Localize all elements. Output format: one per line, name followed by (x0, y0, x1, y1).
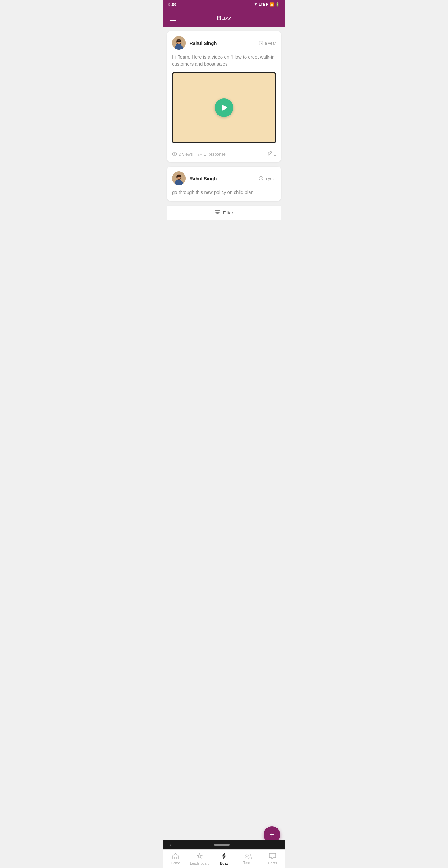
status-time: 9:00 (168, 2, 177, 7)
time-label-2: a year (265, 176, 276, 181)
svg-rect-9 (178, 40, 180, 41)
svg-rect-23 (178, 176, 180, 176)
header: Buzz (163, 9, 285, 27)
hamburger-menu[interactable] (169, 16, 177, 21)
paperclip-icon-1 (268, 151, 272, 157)
play-triangle-icon (222, 104, 227, 111)
svg-line-12 (261, 43, 262, 43)
post-card-1: Rahul Singh a year Hi Team, Here is a vi… (167, 31, 281, 162)
author-name-1: Rahul Singh (189, 40, 217, 46)
avatar-2 (172, 172, 186, 185)
lte-icon: LTE R (259, 2, 268, 6)
post-card-2: Rahul Singh a year go through this new p… (167, 166, 281, 201)
post-text-1: Hi Team, Here is a video on "How to gree… (172, 54, 276, 67)
attachment-stat-1: 1 (268, 151, 276, 157)
battery-icon: 🔋 (275, 2, 280, 6)
status-icons: ▼ LTE R 📶 🔋 (254, 2, 280, 6)
avatar-1 (172, 36, 186, 50)
time-label-1: a year (265, 41, 276, 45)
filter-bar[interactable]: Filter (167, 206, 281, 220)
play-button-1[interactable] (215, 98, 233, 117)
svg-point-21 (177, 177, 178, 178)
post-author-2: Rahul Singh (172, 172, 217, 185)
post-author-1: Rahul Singh (172, 36, 217, 50)
svg-point-13 (174, 153, 175, 154)
page-title: Buzz (217, 14, 231, 22)
comment-icon-1 (197, 152, 202, 157)
views-stat-1: 2 Views (172, 152, 193, 157)
signal-icon: 📶 (270, 2, 274, 6)
post-time-1: a year (259, 41, 276, 45)
responses-count-1: 1 Response (204, 152, 225, 157)
responses-stat-1: 1 Response (197, 152, 225, 157)
video-player-1[interactable] (172, 72, 276, 144)
post-header-1: Rahul Singh a year (172, 36, 276, 50)
post-header-2: Rahul Singh a year (172, 172, 276, 185)
svg-point-7 (177, 41, 178, 42)
eye-icon-1 (172, 152, 177, 157)
attachment-number-1: 1 (274, 152, 276, 157)
views-count-1: 2 Views (179, 152, 193, 157)
post-stats-1: 2 Views 1 Response (172, 152, 226, 157)
main-content: Rahul Singh a year Hi Team, Here is a vi… (163, 27, 285, 239)
wifi-icon: ▼ (254, 2, 258, 6)
author-name-2: Rahul Singh (189, 176, 217, 181)
clock-icon-2 (259, 176, 263, 181)
post-footer-1: 2 Views 1 Response 1 (172, 148, 276, 157)
svg-rect-17 (177, 180, 181, 181)
post-time-2: a year (259, 176, 276, 181)
svg-point-8 (180, 41, 181, 42)
svg-line-26 (261, 178, 262, 179)
filter-icon (215, 210, 220, 216)
status-bar: 9:00 ▼ LTE R 📶 🔋 (163, 0, 285, 9)
filter-label: Filter (223, 210, 233, 215)
svg-rect-3 (177, 44, 181, 46)
post-text-2: go through this new policy on child plan (172, 189, 276, 196)
svg-point-22 (180, 177, 181, 178)
clock-icon-1 (259, 41, 263, 45)
